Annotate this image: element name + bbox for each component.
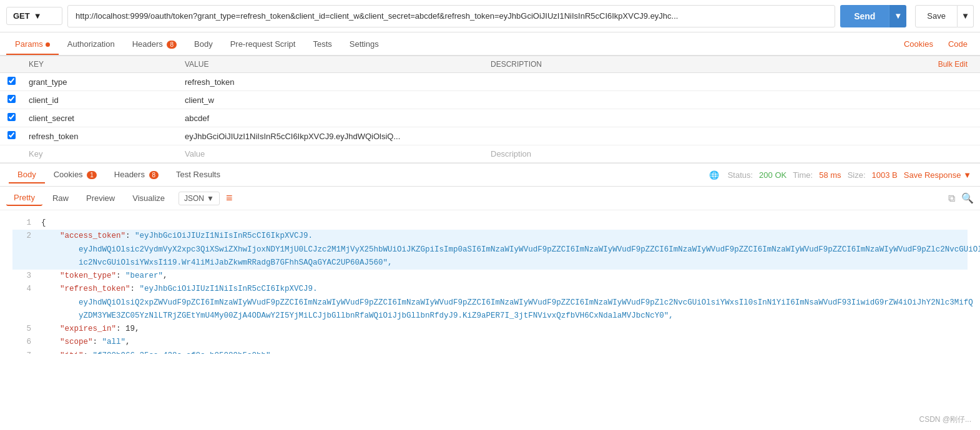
copy-icon[interactable]: ⧉ bbox=[948, 193, 955, 204]
tab-params[interactable]: Params bbox=[6, 34, 59, 55]
row-desc bbox=[484, 73, 980, 91]
method-label: GET bbox=[13, 11, 30, 21]
send-dropdown-button[interactable]: ▼ bbox=[889, 5, 906, 27]
empty-desc[interactable]: Description bbox=[484, 145, 980, 163]
params-section: KEY VALUE DESCRIPTION Bulk Edit grant_ty… bbox=[0, 56, 980, 163]
send-btn-group: Send ▼ bbox=[840, 5, 906, 27]
method-select[interactable]: GET ▼ bbox=[6, 7, 62, 25]
search-icon[interactable]: 🔍 bbox=[961, 192, 974, 204]
url-input[interactable] bbox=[67, 5, 835, 27]
response-tabs: Body Cookies 1 Headers 8 Test Results bbox=[9, 167, 229, 183]
tab-authorization[interactable]: Authorization bbox=[59, 34, 124, 55]
tab-body[interactable]: Body bbox=[185, 34, 222, 55]
tab-cookies-right[interactable]: Cookies bbox=[898, 37, 939, 51]
send-button[interactable]: Send bbox=[840, 5, 889, 27]
row-checkbox[interactable] bbox=[7, 95, 16, 103]
table-row-empty: Key Value Description bbox=[0, 145, 980, 163]
top-bar: GET ▼ Send ▼ Save ▼ bbox=[0, 0, 980, 32]
row-checkbox[interactable] bbox=[7, 77, 16, 85]
time-value: 58 ms bbox=[819, 170, 841, 180]
tab-headers[interactable]: Headers 8 bbox=[124, 34, 185, 55]
params-table: KEY VALUE DESCRIPTION Bulk Edit grant_ty… bbox=[0, 56, 980, 163]
save-btn-group: Save ▼ bbox=[915, 5, 974, 27]
size-value: 1003 B bbox=[872, 170, 898, 180]
resp-tab-headers[interactable]: Headers 8 bbox=[105, 167, 167, 183]
code-line-2c: ic2NvcGUiOlsiYWxsI119.Wr4liMiJabZkwmRRad… bbox=[12, 257, 968, 270]
headers-badge: 8 bbox=[167, 41, 177, 49]
row-checkbox-cell[interactable] bbox=[0, 73, 22, 91]
time-label: Time: bbox=[793, 170, 813, 180]
row-value: eyJhbGciOiJIUzI1NiIsInR5cCI6IkpXVCJ9.eyJ… bbox=[179, 127, 484, 145]
resp-tab-cookies[interactable]: Cookies 1 bbox=[45, 167, 105, 183]
row-value: client_w bbox=[179, 91, 484, 109]
row-desc bbox=[484, 109, 980, 127]
tab-settings[interactable]: Settings bbox=[341, 34, 388, 55]
cookies-badge: 1 bbox=[87, 171, 97, 179]
response-bar: Body Cookies 1 Headers 8 Test Results 🌐 … bbox=[0, 163, 980, 187]
status-value: 200 OK bbox=[759, 170, 786, 180]
row-desc bbox=[484, 127, 980, 145]
resp-tab-test-results[interactable]: Test Results bbox=[167, 167, 229, 183]
format-bar: Pretty Raw Preview Visualize JSON ▼ ≡ ⧉ … bbox=[0, 187, 980, 210]
code-line-5: 5 "expires_in": 19, bbox=[12, 323, 968, 336]
row-value: abcdef bbox=[179, 109, 484, 127]
right-icons: ⧉ 🔍 bbox=[948, 192, 974, 204]
fmt-tab-pretty[interactable]: Pretty bbox=[6, 190, 42, 206]
table-row: grant_type refresh_token bbox=[0, 73, 980, 91]
row-key: client_secret bbox=[22, 109, 179, 127]
row-checkbox[interactable] bbox=[7, 131, 16, 139]
status-label: Status: bbox=[728, 170, 753, 180]
fmt-tab-raw[interactable]: Raw bbox=[45, 191, 76, 205]
table-row: client_secret abcdef bbox=[0, 109, 980, 127]
save-button[interactable]: Save bbox=[915, 5, 958, 27]
empty-checkbox-cell bbox=[0, 145, 22, 163]
resp-headers-badge: 8 bbox=[149, 171, 159, 179]
col-desc: DESCRIPTION Bulk Edit bbox=[484, 56, 980, 73]
row-key: client_id bbox=[22, 91, 179, 109]
table-row: refresh_token eyJhbGciOiJIUzI1NiIsInR5cC… bbox=[0, 127, 980, 145]
save-response-btn[interactable]: Save Response ▼ bbox=[904, 170, 971, 180]
right-tabs: Cookies Code bbox=[898, 37, 974, 51]
row-key: grant_type bbox=[22, 73, 179, 91]
row-checkbox-cell[interactable] bbox=[0, 127, 22, 145]
empty-key[interactable]: Key bbox=[22, 145, 179, 163]
row-checkbox[interactable] bbox=[7, 113, 16, 121]
code-line-7: 7 "jti": "f700b966-35ca-428c-af8c-b05089… bbox=[12, 349, 968, 354]
json-format-label: JSON bbox=[184, 194, 204, 203]
row-checkbox-cell[interactable] bbox=[0, 109, 22, 127]
empty-value[interactable]: Value bbox=[179, 145, 484, 163]
globe-icon: 🌐 bbox=[709, 170, 719, 180]
code-line-6: 6 "scope": "all", bbox=[12, 336, 968, 349]
size-label: Size: bbox=[848, 170, 866, 180]
save-dropdown-button[interactable]: ▼ bbox=[958, 5, 974, 27]
tab-prerequest[interactable]: Pre-request Script bbox=[222, 34, 305, 55]
col-check bbox=[0, 56, 22, 73]
table-row: client_id client_w bbox=[0, 91, 980, 109]
resp-tab-body[interactable]: Body bbox=[9, 167, 45, 183]
code-line-4b: eyJhdWQiOlsiQ2xpZWVudF9pZCI6ImNzaWIyWVud… bbox=[12, 296, 968, 310]
code-line-2: 2 "access_token": "eyJhbGciOiJIUzI1NiIsI… bbox=[12, 230, 968, 243]
json-format-select[interactable]: JSON ▼ bbox=[179, 192, 220, 205]
code-line-4c: yZDM3YWE3ZC05YzNlLTRjZGEtYmU4My00ZjA4ODA… bbox=[12, 310, 968, 323]
code-line-3: 3 "token_type": "bearer", bbox=[12, 270, 968, 283]
desc-header: DESCRIPTION bbox=[491, 60, 542, 69]
fmt-tab-preview[interactable]: Preview bbox=[79, 191, 122, 205]
row-value: refresh_token bbox=[179, 73, 484, 91]
tab-code-right[interactable]: Code bbox=[942, 37, 974, 51]
col-key: KEY bbox=[22, 56, 179, 73]
params-dot bbox=[46, 42, 50, 47]
bulk-edit-btn[interactable]: Bulk Edit bbox=[938, 60, 974, 69]
tab-tests[interactable]: Tests bbox=[304, 34, 340, 55]
code-line-2b: eyJhdWQiOlsic2VydmVyX2xpc3QiXSwiZXhwIjox… bbox=[12, 243, 968, 257]
status-row: 🌐 Status: 200 OK Time: 58 ms Size: 1003 … bbox=[709, 170, 971, 180]
code-line-4: 4 "refresh_token": "eyJhbGciOiJIUzI1NiIs… bbox=[12, 283, 968, 296]
wrap-icon[interactable]: ≡ bbox=[226, 192, 233, 205]
code-area: 1 { 2 "access_token": "eyJhbGciOiJIUzI1N… bbox=[0, 210, 980, 354]
method-dropdown-icon: ▼ bbox=[34, 11, 42, 21]
fmt-tab-visualize[interactable]: Visualize bbox=[125, 191, 172, 205]
tabs-row: Params Authorization Headers 8 Body Pre-… bbox=[0, 32, 980, 56]
row-checkbox-cell[interactable] bbox=[0, 91, 22, 109]
row-desc bbox=[484, 91, 980, 109]
code-line-1: 1 { bbox=[12, 217, 968, 230]
json-format-arrow: ▼ bbox=[207, 194, 214, 203]
